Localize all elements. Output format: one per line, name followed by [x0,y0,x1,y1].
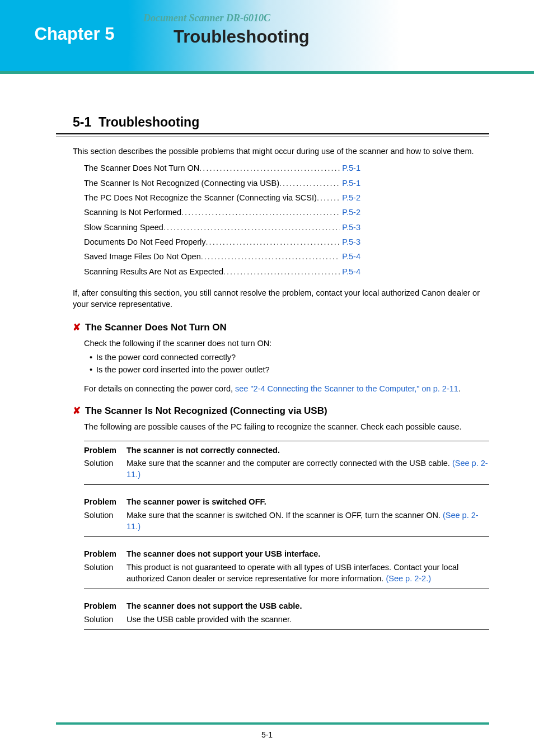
chapter-box: Chapter 5 [19,18,130,50]
toc-item: Scanning Results Are Not as ExpectedP.5-… [84,266,472,277]
subsection-intro: Check the following if the scanner does … [84,338,489,349]
toc-text: The PC Does Not Recognize the Scanner (C… [84,192,317,203]
solution-label: Solution [84,458,127,480]
section-title: Troubleshooting [99,115,199,129]
toc-page-link[interactable]: P.5-3 [342,222,360,233]
problem-text: The scanner power is switched OFF. [127,496,489,507]
toc-leader [163,222,340,233]
detail-prefix: For details on connecting the power cord… [84,384,235,393]
solution-text: Make sure that the scanner and the compu… [127,458,489,480]
problem-solution-block: Problem The scanner is not correctly con… [84,441,489,486]
problem-solution-block: Problem The scanner does not support the… [84,597,489,630]
page-number: 5-1 [0,730,534,739]
problem-solution-block: Problem The scanner does not support you… [84,545,489,589]
problem-text: The scanner is not correctly connected. [127,445,489,456]
document-title: Document Scanner DR-6010C [143,12,270,24]
detail-text: For details on connecting the power cord… [84,383,489,394]
toc-page-link[interactable]: P.5-1 [342,162,360,174]
problem-row: Problem The scanner power is switched OF… [84,496,489,507]
bullet-item: Is the power cord inserted into the powe… [90,364,489,375]
problem-row: Problem The scanner does not support the… [84,600,489,612]
toc-page-link[interactable]: P.5-2 [342,192,360,203]
section-heading: 5-1 Troubleshooting [73,113,489,131]
toc-leader [201,251,340,262]
toc-item: The Scanner Is Not Recognized (Connectin… [84,178,472,189]
rule-thin [56,137,489,137]
problem-label: Problem [84,445,127,456]
footer-rule [56,722,489,725]
section-number: 5-1 [73,115,91,129]
problem-label: Problem [84,496,127,507]
chapter-title: Troubleshooting [174,27,310,47]
subsection-title: The Scanner Does Not Turn ON [85,321,227,334]
toc-item: Scanning Is Not PerformedP.5-2 [84,207,472,218]
rule-thick [56,133,489,134]
problem-label: Problem [84,600,127,612]
toc-text: The Scanner Does Not Turn ON [84,162,199,174]
toc-item: The PC Does Not Recognize the Scanner (C… [84,192,472,203]
toc-leader [223,266,340,277]
subsection-title: The Scanner Is Not Recognized (Connectin… [85,404,327,418]
problem-row: Problem The scanner is not correctly con… [84,445,489,456]
toc-list: The Scanner Does Not Turn ONP.5-1 The Sc… [84,162,472,277]
detail-suffix: . [458,384,461,393]
section-intro: This section describes the possible prob… [73,146,489,157]
page-header: Chapter 5 Document Scanner DR-6010C Trou… [0,0,534,74]
toc-leader [181,207,340,218]
toc-text: Scanning Results Are Not as Expected [84,266,223,277]
toc-leader [317,192,340,203]
subsection-heading: ✘ The Scanner Is Not Recognized (Connect… [73,404,489,418]
toc-text: The Scanner Is Not Recognized (Connectin… [84,178,279,189]
solution-label: Solution [84,510,127,533]
toc-item: Slow Scanning SpeedP.5-3 [84,222,472,233]
toc-text: Slow Scanning Speed [84,222,163,233]
toc-leader [206,236,340,248]
problem-solution-block: Problem The scanner power is switched OF… [84,493,489,537]
toc-item: Saved Image Files Do Not OpenP.5-4 [84,251,472,262]
toc-item: The Scanner Does Not Turn ONP.5-1 [84,162,472,174]
solution-row: Solution Use the USB cable provided with… [84,614,489,630]
subsection-intro: The following are possible causes of the… [84,421,489,432]
toc-text: Documents Do Not Feed Properly [84,236,206,248]
solution-row: Solution Make sure that the scanner and … [84,458,489,486]
toc-page-link[interactable]: P.5-4 [342,251,360,262]
problem-label: Problem [84,548,127,559]
subsection-heading: ✘ The Scanner Does Not Turn ON [73,321,489,334]
cross-ref-link[interactable]: see "2-4 Connecting the Scanner to the C… [235,384,458,393]
toc-page-link[interactable]: P.5-2 [342,207,360,218]
solution-label: Solution [84,614,127,625]
bullet-list: Is the power cord connected correctly? I… [90,352,489,376]
solution-text: Make sure that the scanner is switched O… [127,510,489,533]
toc-item: Documents Do Not Feed ProperlyP.5-3 [84,236,472,248]
solution-row: Solution Make sure that the scanner is s… [84,510,489,538]
toc-leader [199,162,340,174]
page-footer: 5-1 [0,722,534,739]
cross-ref-link[interactable]: (See p. 2-2.) [386,574,431,583]
chapter-label: Chapter 5 [35,24,115,44]
toc-text: Scanning Is Not Performed [84,207,181,218]
problem-text: The scanner does not support your USB in… [127,548,489,559]
solution-text: This product is not guaranteed to operat… [127,562,489,585]
toc-page-link[interactable]: P.5-1 [342,178,360,189]
toc-leader [279,178,340,189]
x-mark-icon: ✘ [73,404,81,418]
problem-text: The scanner does not support the USB cab… [127,600,489,612]
solution-label: Solution [84,562,127,585]
header-rule [0,71,534,74]
solution-row: Solution This product is not guaranteed … [84,562,489,590]
toc-page-link[interactable]: P.5-4 [342,266,360,277]
solution-text: Use the USB cable provided with the scan… [127,614,489,625]
bullet-item: Is the power cord connected correctly? [90,352,489,363]
page-content: 5-1 Troubleshooting This section describ… [0,74,534,648]
followup-text: If, after consulting this section, you s… [73,287,489,310]
toc-text: Saved Image Files Do Not Open [84,251,201,262]
toc-page-link[interactable]: P.5-3 [342,236,360,248]
x-mark-icon: ✘ [73,321,81,334]
problem-row: Problem The scanner does not support you… [84,548,489,559]
